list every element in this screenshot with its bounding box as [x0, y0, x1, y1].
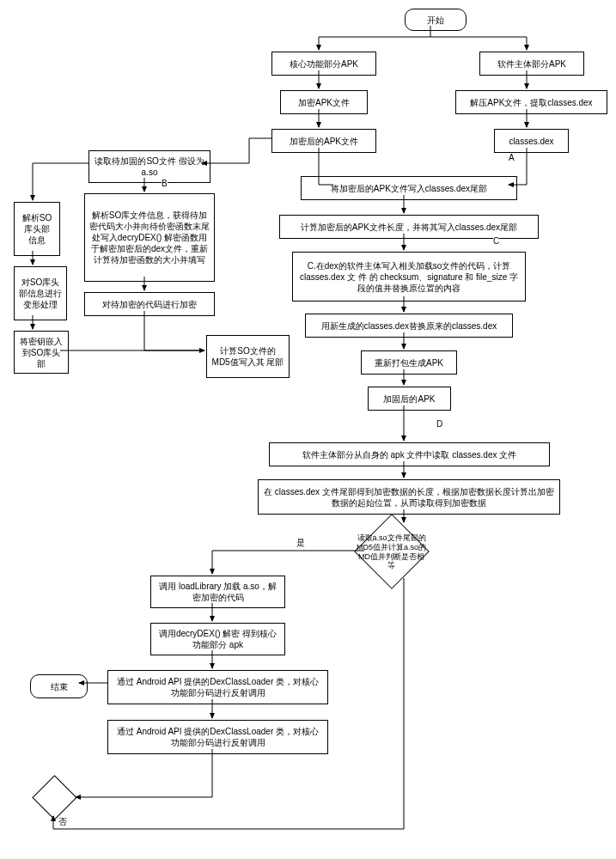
- parse-so-header-label: 解析SO 库头部 信息: [19, 212, 55, 246]
- write-enc-dex-label: 将加密后的APK文件写入classes.dex尾部: [331, 183, 487, 194]
- check-md5-label: 读取a.so文件尾部的MD5值并计算a.so的MD值并判断是否相等: [356, 533, 428, 570]
- start-label: 开始: [427, 15, 444, 26]
- encrypt-code-node: 对待加密的代码进行加密: [84, 292, 215, 316]
- label-b: B: [162, 179, 168, 188]
- extract-classes-label: 解压APK文件，提取classes.dex: [470, 97, 592, 108]
- parse-so-info-node: 解析SO库文件信息，获得待加密代码大小并向待价密函数末尾处写入decryDEX(…: [84, 193, 215, 282]
- label-no: 否: [58, 816, 67, 828]
- embed-key-node: 将密钥嵌入 到SO库头 部: [14, 331, 69, 374]
- encrypted-apk-node: 加密后的APK文件: [271, 129, 376, 153]
- calc-md5-so-node: 计算SO文件的 MD5值写入其 尾部: [206, 335, 290, 378]
- embed-key-label: 将密钥嵌入 到SO库头 部: [19, 336, 64, 369]
- end-label: 结束: [51, 681, 68, 692]
- read-so-node: 读取待加固的SO文件 假设为a.so: [88, 150, 210, 183]
- classes-dex-label: classes.dex: [509, 136, 553, 147]
- load-lib-node: 调用 loadLibrary 加载 a.so，解密加密的代码: [150, 576, 285, 608]
- load-lib-label: 调用 loadLibrary 加载 a.so，解密加密的代码: [156, 581, 280, 603]
- label-d: D: [436, 419, 442, 429]
- write-loader-label: C.在dex的软件主体写入相关加载so文件的代码，计算 classes.dex …: [297, 260, 521, 294]
- replace-dex-label: 用新生成的classes.dex替换原来的classes.dex: [321, 320, 497, 332]
- reflect2-label: 通过 Android API 提供的DexClassLoader 类，对核心功能…: [113, 726, 323, 748]
- calc-md5-so-label: 计算SO文件的 MD5值写入其 尾部: [211, 345, 284, 368]
- calc-apk-len-node: 计算加密后的APK文件长度，并将其写入classes.dex尾部: [279, 215, 539, 239]
- reflect1-node: 通过 Android API 提供的DexClassLoader 类，对核心功能…: [107, 670, 328, 704]
- repackage-label: 重新打包生成APK: [375, 357, 443, 369]
- parse-so-header-node: 解析SO 库头部 信息: [14, 202, 60, 256]
- main-apk-label: 软件主体部分APK: [497, 58, 566, 70]
- encrypt-code-label: 对待加密的代码进行加密: [102, 299, 197, 310]
- core-apk-node: 核心功能部分APK: [271, 52, 376, 76]
- start-node: 开始: [405, 9, 467, 31]
- extract-classes-node: 解压APK文件，提取classes.dex: [455, 90, 607, 114]
- read-enc-data-node: 在 classes.dex 文件尾部得到加密数据的长度，根据加密数据长度计算出加…: [258, 479, 560, 515]
- read-so-label: 读取待加固的SO文件 假设为a.so: [94, 155, 205, 178]
- decrypt-dex-node: 调用decryDEX() 解密 得到核心功能部分 apk: [150, 623, 285, 655]
- write-loader-node: C.在dex的软件主体写入相关加载so文件的代码，计算 classes.dex …: [292, 252, 526, 302]
- deform-so-header-node: 对SO库头 部信息进行 变形处理: [14, 266, 67, 320]
- decrypt-dex-label: 调用decryDEX() 解密 得到核心功能部分 apk: [156, 628, 280, 650]
- label-yes: 是: [296, 537, 305, 549]
- read-dex-apk-label: 软件主体部分从自身的 apk 文件中读取 classes.dex 文件: [302, 449, 516, 460]
- write-enc-dex-node: 将加密后的APK文件写入classes.dex尾部: [301, 176, 517, 200]
- end-node: 结束: [30, 674, 88, 698]
- deform-so-header-label: 对SO库头 部信息进行 变形处理: [19, 277, 62, 310]
- check-md5-node: 读取a.so文件尾部的MD5值并计算a.so的MD值并判断是否相等: [354, 514, 430, 589]
- label-c: C: [493, 236, 499, 246]
- hardened-apk-node: 加固后的APK: [368, 387, 451, 411]
- reflect2-node: 通过 Android API 提供的DexClassLoader 类，对核心功能…: [107, 720, 328, 754]
- encrypt-apk-node: 加密APK文件: [280, 90, 368, 114]
- replace-dex-node: 用新生成的classes.dex替换原来的classes.dex: [305, 314, 513, 338]
- encrypt-apk-label: 加密APK文件: [298, 97, 350, 108]
- encrypted-apk-label: 加密后的APK文件: [290, 136, 358, 147]
- parse-so-info-label: 解析SO库文件信息，获得待加密代码大小并向待价密函数末尾处写入decryDEX(…: [89, 210, 210, 265]
- core-apk-label: 核心功能部分APK: [290, 58, 358, 70]
- main-apk-node: 软件主体部分APK: [479, 52, 584, 76]
- hardened-apk-label: 加固后的APK: [383, 393, 435, 405]
- classes-dex-node: classes.dex: [494, 129, 569, 153]
- repackage-node: 重新打包生成APK: [361, 350, 457, 375]
- read-enc-data-label: 在 classes.dex 文件尾部得到加密数据的长度，根据加密数据长度计算出加…: [263, 486, 555, 509]
- read-dex-apk-node: 软件主体部分从自身的 apk 文件中读取 classes.dex 文件: [269, 442, 550, 466]
- reflect1-label: 通过 Android API 提供的DexClassLoader 类，对核心功能…: [113, 676, 323, 698]
- bottom-diamond-node: [32, 775, 76, 819]
- label-a: A: [509, 153, 515, 162]
- calc-apk-len-label: 计算加密后的APK文件长度，并将其写入classes.dex尾部: [301, 222, 517, 233]
